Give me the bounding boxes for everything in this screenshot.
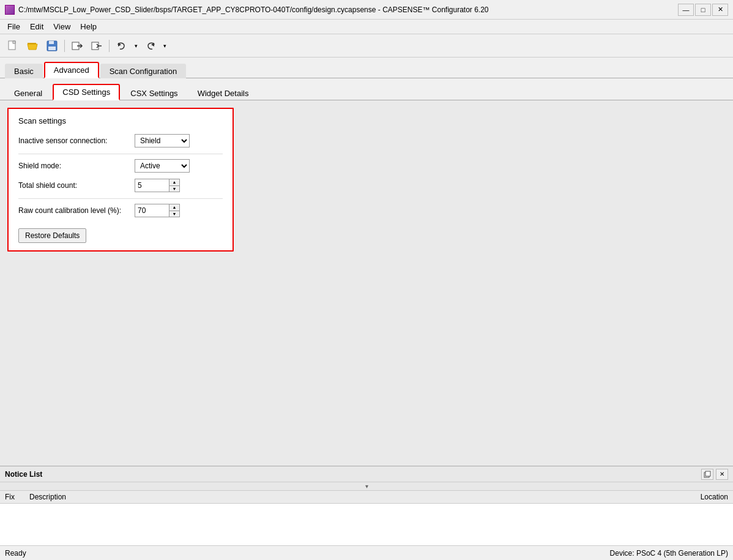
menu-file[interactable]: File — [2, 21, 25, 32]
toolbar: ▾ ▾ — [0, 34, 733, 58]
maximize-button[interactable]: □ — [695, 4, 711, 16]
minimize-button[interactable]: — — [678, 4, 694, 16]
notice-body — [0, 504, 733, 545]
divider-1 — [18, 154, 223, 154]
redo-group: ▾ — [141, 37, 169, 54]
export-button[interactable] — [87, 37, 106, 54]
shield-mode-control: Active Passive — [135, 159, 190, 173]
notice-panel: Notice List ✕ ▾ Fix Description Location — [0, 466, 733, 545]
restore-icon — [704, 471, 711, 478]
open-icon — [26, 40, 39, 52]
status-right: Device: PSoC 4 (5th Generation LP) — [610, 549, 728, 558]
save-icon — [46, 40, 58, 52]
svg-rect-5 — [48, 47, 56, 50]
undo-redo-group: ▾ — [113, 37, 140, 54]
undo-dropdown[interactable]: ▾ — [132, 37, 140, 54]
menu-bar: File Edit View Help — [0, 20, 733, 34]
total-shield-count-down[interactable]: ▼ — [169, 185, 179, 192]
window-controls: — □ ✕ — [678, 4, 728, 16]
redo-button[interactable] — [141, 37, 160, 54]
total-shield-count-spinner: ▲ ▼ — [169, 179, 180, 192]
total-shield-count-control: ▲ ▼ — [135, 179, 180, 192]
svg-rect-7 — [92, 42, 99, 50]
tab-csx-settings[interactable]: CSX Settings — [121, 86, 187, 100]
divider-2 — [18, 198, 223, 199]
inactive-sensor-row: Inactive sensor connection: Shield Groun… — [18, 134, 223, 147]
inactive-sensor-label: Inactive sensor connection: — [18, 136, 135, 145]
import-button[interactable] — [68, 37, 86, 54]
total-shield-count-label: Total shield count: — [18, 181, 135, 190]
calibration-level-up[interactable]: ▲ — [169, 204, 179, 211]
restore-defaults-button[interactable]: Restore Defaults — [18, 228, 86, 243]
tab-csd-settings[interactable]: CSD Settings — [53, 84, 120, 100]
total-shield-count-up[interactable]: ▲ — [169, 179, 179, 185]
notice-close-button[interactable]: ✕ — [716, 469, 728, 480]
notice-col-desc-label: Description — [29, 493, 667, 501]
menu-view[interactable]: View — [48, 21, 75, 32]
undo-icon — [116, 40, 128, 52]
close-button[interactable]: ✕ — [712, 4, 728, 16]
undo-button[interactable] — [113, 37, 131, 54]
svg-rect-11 — [705, 471, 710, 476]
calibration-level-spinner: ▲ ▼ — [169, 204, 180, 217]
svg-rect-4 — [49, 41, 54, 44]
shield-mode-row: Shield mode: Active Passive — [18, 159, 223, 173]
export-icon — [91, 40, 103, 52]
new-icon — [7, 40, 19, 52]
calibration-level-down[interactable]: ▼ — [169, 211, 179, 217]
svg-rect-2 — [28, 43, 36, 44]
tab-advanced[interactable]: Advanced — [44, 62, 99, 78]
shield-mode-select[interactable]: Active Passive — [135, 159, 190, 173]
redo-dropdown[interactable]: ▾ — [160, 37, 169, 54]
tab-general[interactable]: General — [5, 86, 51, 100]
notice-collapse-button[interactable]: ▾ — [0, 482, 733, 491]
notice-title: Notice List — [5, 470, 42, 479]
save-button[interactable] — [43, 37, 61, 54]
scan-settings-title: Scan settings — [18, 116, 223, 125]
scan-settings-box: Scan settings Inactive sensor connection… — [7, 108, 234, 252]
total-shield-count-input[interactable] — [135, 179, 169, 192]
notice-col-loc-label: Location — [667, 493, 728, 501]
calibration-level-row: Raw count calibration level (%): ▲ ▼ — [18, 204, 223, 217]
notice-col-fix-label: Fix — [5, 493, 29, 501]
calibration-level-label: Raw count calibration level (%): — [18, 206, 135, 215]
tab-scan-configuration[interactable]: Scan Configuration — [100, 64, 187, 78]
shield-mode-label: Shield mode: — [18, 162, 135, 170]
notice-controls: ✕ — [701, 469, 728, 480]
inactive-sensor-select[interactable]: Shield Ground High-Z — [135, 134, 190, 147]
calibration-level-control: ▲ ▼ — [135, 204, 180, 217]
main-content: General CSD Settings CSX Settings Widget… — [0, 78, 733, 466]
redo-icon — [144, 40, 157, 52]
toolbar-separator-2 — [109, 40, 110, 52]
new-button[interactable] — [4, 37, 22, 54]
status-left: Ready — [5, 549, 26, 558]
status-bar: Ready Device: PSoC 4 (5th Generation LP) — [0, 545, 733, 560]
calibration-level-input[interactable] — [135, 204, 169, 217]
menu-edit[interactable]: Edit — [25, 21, 48, 32]
content-panel: Scan settings Inactive sensor connection… — [0, 100, 733, 466]
main-tab-bar: Basic Advanced Scan Configuration — [0, 58, 733, 78]
toolbar-separator-1 — [64, 40, 65, 52]
total-shield-count-row: Total shield count: ▲ ▼ — [18, 179, 223, 192]
notice-table-header: Fix Description Location — [0, 491, 733, 504]
import-icon — [71, 40, 83, 52]
window-title: C:/mtw/MSCLP_Low_Power_CSD_Slider/bsps/T… — [18, 6, 489, 14]
app-icon — [5, 5, 15, 15]
tab-widget-details[interactable]: Widget Details — [188, 86, 258, 100]
open-button[interactable] — [23, 37, 42, 54]
notice-restore-button[interactable] — [701, 469, 713, 480]
tab-basic[interactable]: Basic — [5, 64, 43, 78]
menu-help[interactable]: Help — [75, 21, 102, 32]
inactive-sensor-control: Shield Ground High-Z — [135, 134, 190, 147]
notice-header: Notice List ✕ — [0, 466, 733, 482]
title-bar: C:/mtw/MSCLP_Low_Power_CSD_Slider/bsps/T… — [0, 0, 733, 20]
sub-tab-bar: General CSD Settings CSX Settings Widget… — [0, 78, 733, 100]
